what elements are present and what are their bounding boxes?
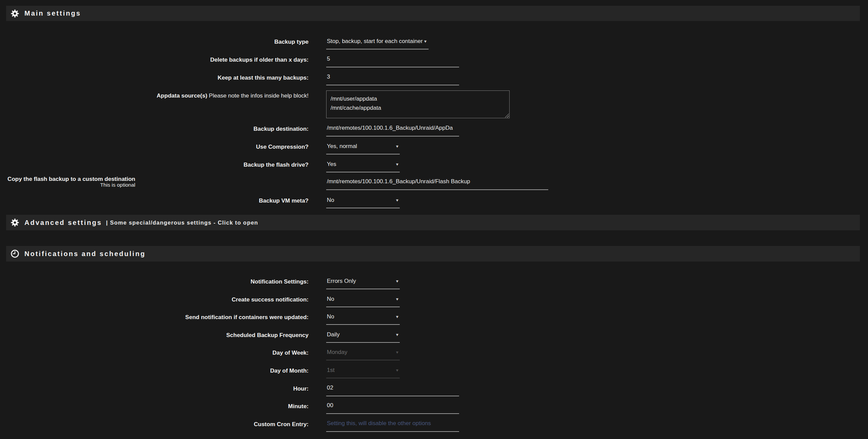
row-appdata-sources: Appdata source(s) Please note the infos … xyxy=(0,88,868,103)
row-keep-min: Keep at least this many backups: xyxy=(0,70,868,85)
day-of-month-select: 1st ▼ xyxy=(326,363,400,378)
notification-settings-select[interactable]: Errors Only ▼ xyxy=(326,274,400,289)
advanced-settings-subtitle: | Some special/dangerous settings - Clic… xyxy=(106,220,258,226)
chevron-down-icon: ▼ xyxy=(395,297,399,301)
section-header-notifications[interactable]: Notifications and scheduling xyxy=(6,246,860,262)
row-backup-vm-meta: Backup VM meta? No ▼ xyxy=(0,193,868,208)
chevron-down-icon: ▼ xyxy=(395,198,399,202)
day-of-week-value: Monday xyxy=(327,349,347,356)
use-compression-select[interactable]: Yes, normal ▼ xyxy=(326,140,400,154)
chevron-down-icon: ▼ xyxy=(395,350,399,354)
backup-flash-label: Backup the flash drive? xyxy=(0,162,309,168)
backup-frequency-value: Daily xyxy=(327,331,340,338)
row-flash-custom-destination: Copy the flash backup to a custom destin… xyxy=(0,175,868,190)
row-custom-cron: Custom Cron Entry: xyxy=(0,417,868,432)
minute-input[interactable] xyxy=(326,399,459,414)
section-header-advanced-settings[interactable]: Advanced settings | Some special/dangero… xyxy=(6,215,860,230)
flash-custom-destination-input[interactable] xyxy=(326,175,548,190)
backup-flash-select[interactable]: Yes ▼ xyxy=(326,158,400,172)
create-success-notification-select[interactable]: No ▼ xyxy=(326,292,400,307)
chevron-down-icon: ▼ xyxy=(395,162,399,166)
notification-settings-label: Notification Settings: xyxy=(0,278,309,285)
gear-icon xyxy=(11,218,19,227)
backup-destination-input[interactable] xyxy=(326,122,459,137)
hour-label: Hour: xyxy=(0,385,309,392)
row-minute: Minute: xyxy=(0,399,868,414)
row-backup-type: Backup type Stop, backup, start for each… xyxy=(0,35,868,49)
backup-type-select[interactable]: Stop, backup, start for each container ▼ xyxy=(326,35,429,49)
backup-destination-label: Backup destination: xyxy=(0,126,309,132)
keep-min-label: Keep at least this many backups: xyxy=(0,75,309,81)
day-of-month-value: 1st xyxy=(327,367,335,374)
chevron-down-icon: ▼ xyxy=(395,279,399,283)
backup-frequency-select[interactable]: Daily ▼ xyxy=(326,328,400,343)
custom-cron-label: Custom Cron Entry: xyxy=(0,421,309,428)
chevron-down-icon: ▼ xyxy=(395,333,399,337)
chevron-down-icon: ▼ xyxy=(423,39,427,43)
section-title-advanced-settings: Advanced settings xyxy=(24,219,102,227)
backup-vm-meta-select[interactable]: No ▼ xyxy=(326,193,400,208)
day-of-week-label: Day of Week: xyxy=(0,350,309,356)
appdata-backup-settings-page: Main settings Backup type Stop, backup, … xyxy=(0,0,868,439)
send-update-notification-label: Send notification if containers were upd… xyxy=(0,314,309,321)
delete-days-input[interactable] xyxy=(326,53,459,67)
section-header-main-settings[interactable]: Main settings xyxy=(6,6,860,21)
backup-type-value: Stop, backup, start for each container xyxy=(327,38,423,45)
row-send-update-notification: Send notification if containers were upd… xyxy=(0,310,868,325)
minute-label: Minute: xyxy=(0,403,309,410)
custom-cron-input[interactable] xyxy=(326,417,459,432)
row-notification-settings: Notification Settings: Errors Only ▼ xyxy=(0,274,868,289)
hour-input[interactable] xyxy=(326,381,459,396)
use-compression-value: Yes, normal xyxy=(327,143,357,150)
appdata-sources-label: Appdata source(s) Please note the infos … xyxy=(0,92,309,99)
row-create-success-notification: Create success notification: No ▼ xyxy=(0,292,868,307)
row-day-of-month: Day of Month: 1st ▼ xyxy=(0,363,868,378)
chevron-down-icon: ▼ xyxy=(395,368,399,372)
send-update-notification-select[interactable]: No ▼ xyxy=(326,310,400,325)
appdata-sources-note: Please note the infos inside help block! xyxy=(209,92,309,99)
row-day-of-week: Day of Week: Monday ▼ xyxy=(0,346,868,360)
backup-flash-value: Yes xyxy=(327,161,336,168)
row-backup-frequency: Scheduled Backup Frequency Daily ▼ xyxy=(0,328,868,343)
keep-min-input[interactable] xyxy=(326,70,459,85)
clock-icon xyxy=(11,249,19,258)
row-use-compression: Use Compression? Yes, normal ▼ xyxy=(0,140,868,154)
use-compression-label: Use Compression? xyxy=(0,144,309,150)
chevron-down-icon: ▼ xyxy=(395,315,399,319)
backup-vm-meta-label: Backup VM meta? xyxy=(0,197,309,204)
backup-frequency-label: Scheduled Backup Frequency xyxy=(0,332,309,339)
day-of-week-select: Monday ▼ xyxy=(326,346,400,360)
send-update-notification-value: No xyxy=(327,313,334,320)
backup-vm-meta-value: No xyxy=(327,197,334,204)
gear-icon xyxy=(11,9,19,18)
row-hour: Hour: xyxy=(0,381,868,396)
create-success-notification-value: No xyxy=(327,296,334,302)
flash-custom-destination-label: Copy the flash backup to a custom destin… xyxy=(0,176,135,188)
row-backup-destination: Backup destination: xyxy=(0,122,868,137)
row-backup-flash: Backup the flash drive? Yes ▼ xyxy=(0,158,868,172)
notification-settings-value: Errors Only xyxy=(327,278,356,285)
section-title-notifications: Notifications and scheduling xyxy=(24,250,145,258)
row-delete-days: Delete backups if older than x days: xyxy=(0,53,868,67)
delete-days-label: Delete backups if older than x days: xyxy=(0,57,309,63)
flash-custom-destination-optional-note: This is optional xyxy=(0,182,135,188)
day-of-month-label: Day of Month: xyxy=(0,368,309,374)
chevron-down-icon: ▼ xyxy=(395,144,399,148)
appdata-sources-textarea[interactable]: /mnt/user/appdata /mnt/cache/appdata xyxy=(326,90,510,118)
section-title-main-settings: Main settings xyxy=(24,9,81,17)
create-success-notification-label: Create success notification: xyxy=(0,296,309,303)
backup-type-label: Backup type xyxy=(0,39,309,45)
